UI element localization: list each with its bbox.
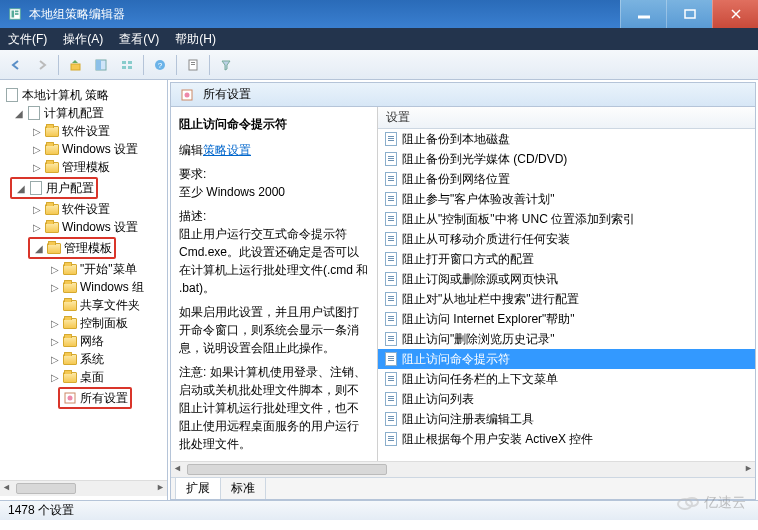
setting-name: 阻止访问命令提示符 bbox=[179, 115, 369, 133]
svg-point-21 bbox=[185, 92, 190, 97]
list-item[interactable]: 阻止从"控制面板"中将 UNC 位置添加到索引 bbox=[378, 209, 755, 229]
description-pane: 阻止访问命令提示符 编辑策略设置 要求:至少 Windows 2000 描述:阻… bbox=[171, 107, 377, 461]
maximize-button[interactable] bbox=[666, 0, 712, 28]
collapse-icon[interactable]: ◢ bbox=[12, 108, 26, 119]
tree-item[interactable]: ▷桌面 bbox=[0, 368, 167, 386]
close-button[interactable] bbox=[712, 0, 758, 28]
tree-item[interactable]: ▷软件设置 bbox=[0, 122, 167, 140]
list-item[interactable]: 阻止访问列表 bbox=[378, 389, 755, 409]
list-item[interactable]: 阻止备份到光学媒体 (CD/DVD) bbox=[378, 149, 755, 169]
tree-item[interactable]: 共享文件夹 bbox=[0, 296, 167, 314]
status-text: 1478 个设置 bbox=[8, 502, 74, 519]
menu-action[interactable]: 操作(A) bbox=[63, 31, 103, 48]
list-item[interactable]: 阻止访问命令提示符 bbox=[378, 349, 755, 369]
tree-item[interactable]: ▷Windows 设置 bbox=[0, 140, 167, 158]
svg-text:?: ? bbox=[158, 61, 163, 70]
list-item[interactable]: 阻止访问 Internet Explorer"帮助" bbox=[378, 309, 755, 329]
setting-icon bbox=[384, 412, 398, 426]
list-item-label: 阻止根据每个用户安装 ActiveX 控件 bbox=[402, 431, 593, 448]
svg-rect-10 bbox=[128, 61, 132, 64]
setting-icon bbox=[384, 272, 398, 286]
tab-extended[interactable]: 扩展 bbox=[175, 477, 221, 499]
title-bar: 本地组策略编辑器 bbox=[0, 0, 758, 28]
tree-item[interactable]: ▷管理模板 bbox=[0, 158, 167, 176]
list-item-label: 阻止访问命令提示符 bbox=[402, 351, 510, 368]
list-item-label: 阻止访问任务栏的上下文菜单 bbox=[402, 371, 558, 388]
tree-item[interactable]: ▷控制面板 bbox=[0, 314, 167, 332]
list-item-label: 阻止访问列表 bbox=[402, 391, 474, 408]
svg-rect-8 bbox=[96, 60, 101, 70]
menu-view[interactable]: 查看(V) bbox=[119, 31, 159, 48]
list-item[interactable]: 阻止访问"删除浏览历史记录" bbox=[378, 329, 755, 349]
policy-icon bbox=[4, 87, 20, 103]
svg-rect-17 bbox=[191, 64, 195, 65]
menu-help[interactable]: 帮助(H) bbox=[175, 31, 216, 48]
tree-all-settings[interactable]: 所有设置 bbox=[62, 389, 128, 407]
list-item[interactable]: 阻止订阅或删除源或网页快讯 bbox=[378, 269, 755, 289]
forward-button[interactable] bbox=[30, 53, 54, 77]
svg-rect-1 bbox=[12, 11, 15, 18]
tree-admin-templates[interactable]: ◢管理模板 bbox=[32, 239, 112, 257]
list-item[interactable]: 阻止对"从地址栏中搜索"进行配置 bbox=[378, 289, 755, 309]
window-title: 本地组策略编辑器 bbox=[29, 7, 125, 21]
list-item[interactable]: 阻止打开窗口方式的配置 bbox=[378, 249, 755, 269]
svg-rect-6 bbox=[71, 64, 80, 70]
list-item-label: 阻止访问注册表编辑工具 bbox=[402, 411, 534, 428]
list-item[interactable]: 阻止备份到本地磁盘 bbox=[378, 129, 755, 149]
svg-rect-2 bbox=[15, 11, 19, 13]
properties-button[interactable] bbox=[181, 53, 205, 77]
detail-header-title: 所有设置 bbox=[203, 86, 251, 103]
tree-item[interactable]: ▷网络 bbox=[0, 332, 167, 350]
setting-icon bbox=[384, 312, 398, 326]
list-item[interactable]: 阻止从可移动介质进行任何安装 bbox=[378, 229, 755, 249]
setting-icon bbox=[384, 132, 398, 146]
tree-root[interactable]: 本地计算机 策略 bbox=[0, 86, 167, 104]
list-item-label: 阻止参与"客户体验改善计划" bbox=[402, 191, 555, 208]
view-list-button[interactable] bbox=[89, 53, 113, 77]
tree-item[interactable]: ▷软件设置 bbox=[0, 200, 167, 218]
filter-button[interactable] bbox=[214, 53, 238, 77]
setting-icon bbox=[384, 292, 398, 306]
menu-file[interactable]: 文件(F) bbox=[8, 31, 47, 48]
tree-computer-config[interactable]: ◢计算机配置 bbox=[0, 104, 167, 122]
back-button[interactable] bbox=[4, 53, 28, 77]
list-item[interactable]: 阻止访问任务栏的上下文菜单 bbox=[378, 369, 755, 389]
list-item-label: 阻止订阅或删除源或网页快讯 bbox=[402, 271, 558, 288]
list-item[interactable]: 阻止访问注册表编辑工具 bbox=[378, 409, 755, 429]
expand-icon[interactable]: ▷ bbox=[30, 126, 44, 137]
setting-icon bbox=[384, 392, 398, 406]
list-body[interactable]: 阻止备份到本地磁盘阻止备份到光学媒体 (CD/DVD)阻止备份到网络位置阻止参与… bbox=[378, 129, 755, 461]
setting-icon bbox=[384, 192, 398, 206]
minimize-button[interactable] bbox=[620, 0, 666, 28]
column-header-setting[interactable]: 设置 bbox=[378, 107, 755, 129]
list-item-label: 阻止从"控制面板"中将 UNC 位置添加到索引 bbox=[402, 211, 635, 228]
svg-rect-5 bbox=[685, 10, 695, 18]
up-button[interactable] bbox=[63, 53, 87, 77]
status-bar: 1478 个设置 bbox=[0, 500, 758, 520]
tree-user-config[interactable]: ◢用户配置 bbox=[14, 179, 94, 197]
svg-rect-12 bbox=[128, 66, 132, 69]
setting-icon bbox=[384, 152, 398, 166]
tree-pane[interactable]: 本地计算机 策略 ◢计算机配置 ▷软件设置 ▷Windows 设置 ▷管理模板 … bbox=[0, 80, 168, 500]
view-icons-button[interactable] bbox=[115, 53, 139, 77]
list-item[interactable]: 阻止根据每个用户安装 ActiveX 控件 bbox=[378, 429, 755, 449]
list-item-label: 阻止打开窗口方式的配置 bbox=[402, 251, 534, 268]
list-item[interactable]: 阻止备份到网络位置 bbox=[378, 169, 755, 189]
tree-item[interactable]: ▷Windows 组 bbox=[0, 278, 167, 296]
list-item-label: 阻止访问 Internet Explorer"帮助" bbox=[402, 311, 575, 328]
svg-rect-16 bbox=[191, 62, 195, 63]
tree-item[interactable]: ▷"开始"菜单 bbox=[0, 260, 167, 278]
tree-item[interactable]: ▷系统 bbox=[0, 350, 167, 368]
edit-policy-link[interactable]: 策略设置 bbox=[203, 143, 251, 157]
list-item-label: 阻止从可移动介质进行任何安装 bbox=[402, 231, 570, 248]
settings-list: 设置 阻止备份到本地磁盘阻止备份到光学媒体 (CD/DVD)阻止备份到网络位置阻… bbox=[377, 107, 755, 461]
svg-rect-11 bbox=[122, 66, 126, 69]
tree-hscroll[interactable] bbox=[0, 480, 167, 496]
svg-rect-9 bbox=[122, 61, 126, 64]
help-button[interactable]: ? bbox=[148, 53, 172, 77]
tree-item[interactable]: ▷Windows 设置 bbox=[0, 218, 167, 236]
setting-icon bbox=[384, 432, 398, 446]
tab-standard[interactable]: 标准 bbox=[220, 477, 266, 499]
list-item[interactable]: 阻止参与"客户体验改善计划" bbox=[378, 189, 755, 209]
detail-hscroll[interactable] bbox=[171, 461, 755, 477]
